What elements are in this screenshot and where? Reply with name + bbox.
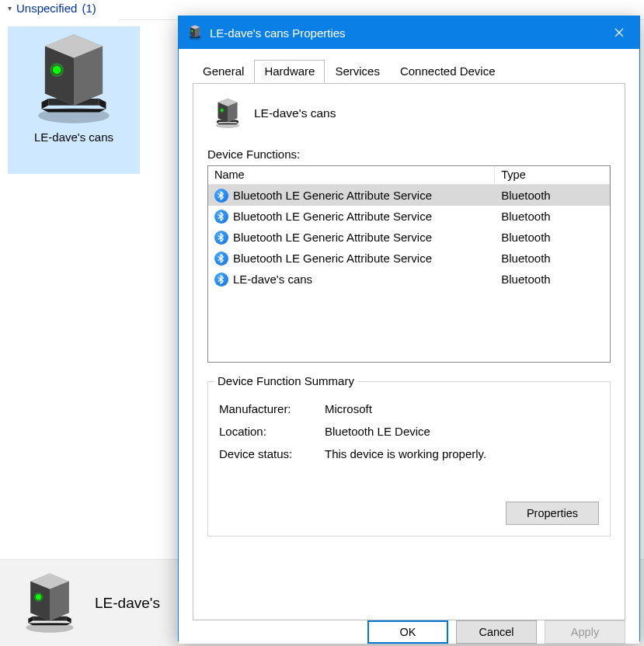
group-count: (1): [82, 2, 96, 15]
tab-hardware[interactable]: Hardware: [254, 60, 325, 83]
row-type: Bluetooth: [501, 189, 550, 202]
device-status-value: This device is working properly.: [325, 447, 486, 460]
tabstrip: General Hardware Services Connected Devi…: [193, 60, 625, 83]
hardware-panel: LE-dave's cans Device Functions: Name Ty…: [193, 83, 625, 620]
group-header[interactable]: ▾ Unspecified (1): [8, 2, 96, 15]
table-row[interactable]: LE-dave's cansBluetooth: [208, 269, 610, 290]
close-icon: [614, 28, 624, 37]
row-name: Bluetooth LE Generic Attribute Service: [233, 210, 432, 223]
column-name[interactable]: Name: [208, 166, 495, 185]
manufacturer-value: Microsoft: [325, 402, 372, 415]
column-type[interactable]: Type: [495, 166, 610, 185]
device-function-summary: Device Function Summary Manufacturer: Mi…: [207, 381, 611, 537]
bluetooth-icon: [214, 210, 228, 224]
device-functions-list[interactable]: Name Type Bluetooth LE Generic Attribute…: [207, 165, 611, 363]
summary-title: Device Function Summary: [214, 374, 357, 387]
details-device-name: LE-dave's: [95, 595, 160, 612]
row-name: Bluetooth LE Generic Attribute Service: [233, 252, 432, 265]
tab-connected[interactable]: Connected Device: [390, 61, 506, 84]
bluetooth-icon: [214, 252, 228, 266]
device-tile-label: LE-dave's cans: [30, 130, 118, 144]
device-icon: [212, 98, 243, 129]
table-row[interactable]: Bluetooth LE Generic Attribute ServiceBl…: [208, 185, 610, 206]
table-row[interactable]: Bluetooth LE Generic Attribute ServiceBl…: [208, 248, 610, 269]
dialog-button-row: OK Cancel Apply: [179, 620, 639, 644]
device-tile[interactable]: LE-dave's cans: [8, 26, 140, 174]
bluetooth-icon: [214, 189, 228, 203]
list-header: Name Type: [208, 166, 610, 185]
ok-button[interactable]: OK: [367, 620, 448, 644]
device-icon: [19, 572, 81, 634]
row-type: Bluetooth: [501, 252, 550, 265]
cancel-button[interactable]: Cancel: [456, 620, 537, 644]
device-status-label: Device status:: [219, 447, 325, 460]
bluetooth-icon: [214, 273, 228, 287]
chevron-down-icon: ▾: [8, 4, 12, 12]
row-name: LE-dave's cans: [233, 273, 312, 286]
location-label: Location:: [219, 425, 325, 438]
device-name: LE-dave's cans: [254, 106, 336, 120]
group-name: Unspecified: [16, 2, 77, 15]
row-type: Bluetooth: [501, 273, 550, 286]
apply-button[interactable]: Apply: [545, 620, 625, 644]
tab-general[interactable]: General: [193, 61, 254, 84]
close-button[interactable]: [599, 16, 639, 49]
table-row[interactable]: Bluetooth LE Generic Attribute ServiceBl…: [208, 227, 610, 248]
properties-button[interactable]: Properties: [506, 502, 599, 525]
device-functions-label: Device Functions:: [207, 148, 611, 161]
device-icon: [31, 33, 117, 126]
table-row[interactable]: Bluetooth LE Generic Attribute ServiceBl…: [208, 206, 610, 227]
window-title: LE-dave's cans Properties: [210, 26, 346, 40]
location-value: Bluetooth LE Device: [325, 425, 430, 438]
manufacturer-label: Manufacturer:: [219, 402, 325, 415]
device-icon: [188, 25, 202, 40]
tab-services[interactable]: Services: [325, 61, 390, 84]
row-name: Bluetooth LE Generic Attribute Service: [233, 189, 432, 202]
row-name: Bluetooth LE Generic Attribute Service: [233, 231, 432, 244]
row-type: Bluetooth: [501, 210, 550, 223]
row-type: Bluetooth: [501, 231, 550, 244]
properties-dialog: LE-dave's cans Properties General Hardwa…: [178, 16, 640, 641]
bluetooth-icon: [214, 231, 228, 245]
titlebar[interactable]: LE-dave's cans Properties: [179, 16, 639, 49]
